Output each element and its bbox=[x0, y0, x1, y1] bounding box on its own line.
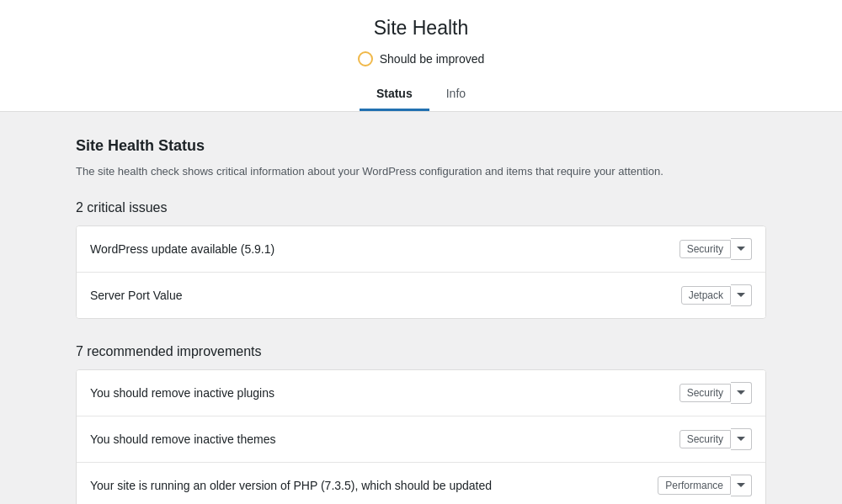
expand-button[interactable] bbox=[731, 284, 752, 306]
chevron-down-icon bbox=[737, 390, 745, 395]
status-indicator: Should be improved bbox=[0, 51, 842, 66]
issue-tag: Security bbox=[679, 430, 731, 448]
issue-label: Server Port Value bbox=[90, 289, 681, 302]
expand-button[interactable] bbox=[731, 428, 752, 450]
table-row: Server Port Value Jetpack bbox=[77, 273, 765, 318]
chevron-down-icon bbox=[737, 293, 745, 297]
issue-tag: Security bbox=[679, 240, 731, 258]
chevron-down-icon bbox=[737, 247, 745, 251]
issue-tag: Security bbox=[679, 384, 731, 402]
page-title: Site Health bbox=[0, 17, 842, 40]
chevron-down-icon bbox=[737, 483, 745, 487]
recommended-issues-list: You should remove inactive plugins Secur… bbox=[76, 369, 766, 505]
table-row: Your site is running an older version of… bbox=[77, 463, 765, 505]
issue-label: You should remove inactive themes bbox=[90, 432, 679, 446]
tab-info[interactable]: Info bbox=[429, 80, 482, 111]
table-row: You should remove inactive plugins Secur… bbox=[77, 370, 765, 416]
tab-status[interactable]: Status bbox=[360, 80, 429, 111]
issue-tag: Performance bbox=[658, 476, 731, 495]
table-row: WordPress update available (5.9.1) Secur… bbox=[77, 226, 765, 273]
issue-label: Your site is running an older version of… bbox=[90, 479, 658, 492]
chevron-down-icon bbox=[737, 437, 745, 441]
issue-tag: Jetpack bbox=[681, 286, 731, 305]
issue-actions: Security bbox=[679, 238, 752, 260]
expand-button[interactable] bbox=[731, 382, 752, 404]
recommended-improvements-heading: 7 recommended improvements bbox=[76, 344, 766, 359]
issue-actions: Jetpack bbox=[681, 284, 752, 306]
status-label: Should be improved bbox=[380, 52, 485, 66]
expand-button[interactable] bbox=[731, 475, 752, 496]
main-content: Site Health Status The site health check… bbox=[59, 112, 783, 504]
issue-actions: Security bbox=[679, 428, 752, 450]
page-header: Site Health Should be improved Status In… bbox=[0, 0, 842, 112]
issue-actions: Security bbox=[679, 382, 752, 404]
section-title: Site Health Status bbox=[76, 137, 766, 155]
critical-issues-list: WordPress update available (5.9.1) Secur… bbox=[76, 225, 766, 319]
table-row: You should remove inactive themes Securi… bbox=[77, 416, 765, 463]
expand-button[interactable] bbox=[731, 238, 752, 260]
critical-issues-heading: 2 critical issues bbox=[76, 200, 766, 215]
issue-label: WordPress update available (5.9.1) bbox=[90, 242, 679, 256]
issue-label: You should remove inactive plugins bbox=[90, 386, 679, 400]
tab-bar: Status Info bbox=[0, 80, 842, 111]
issue-actions: Performance bbox=[658, 475, 752, 496]
status-circle-icon bbox=[358, 51, 373, 66]
section-description: The site health check shows critical inf… bbox=[76, 163, 766, 180]
